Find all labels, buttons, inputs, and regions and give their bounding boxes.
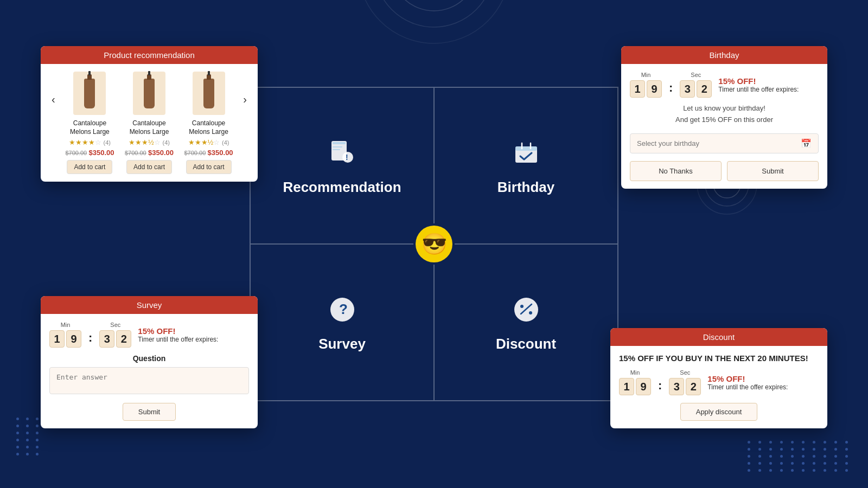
birthday-line2: And get 15% OFF on this order (630, 114, 819, 126)
survey-timer-row: Min 1 9 : Sec 3 2 15% OFF! Timer until t… (49, 322, 249, 348)
recommendation-icon: ! (325, 136, 360, 170)
birthday-off-text: 15% OFF! (718, 76, 799, 86)
birthday-line1: Let us know your birthday! (630, 103, 819, 114)
bottle-1 (84, 79, 95, 108)
survey-timer-sec-group: Sec 3 2 (99, 322, 131, 348)
discount-sec-label: Sec (680, 369, 690, 376)
svg-point-1 (374, 0, 494, 27)
add-to-cart-button-2[interactable]: Add to cart (126, 160, 172, 174)
question-label: Question (49, 354, 249, 363)
birthday-digit-0: 1 (630, 80, 645, 98)
survey-timer-text: 15% OFF! Timer until the offer expires: (138, 326, 218, 343)
birthday-timer-sec-group: Sec 3 2 (680, 72, 712, 98)
discount-digit-0: 1 (619, 378, 634, 395)
bg-circles-top (353, 0, 515, 76)
birthday-buttons: No Thanks Submit (630, 161, 819, 181)
center-cell-discount[interactable]: Discount (434, 244, 618, 401)
svg-rect-10 (333, 146, 342, 147)
birthday-digit-1: 9 (647, 80, 662, 98)
product-nav-prev[interactable]: ‹ (49, 72, 58, 106)
product-name-2: Cantaloupe Melons Large (122, 119, 176, 136)
discount-timer-colon: : (658, 378, 662, 393)
survey-off-text: 15% OFF! (138, 326, 218, 336)
birthday-card-header: Birthday (621, 46, 827, 64)
survey-digit-0: 1 (49, 330, 65, 348)
product-old-price-2: $700.00 (125, 150, 146, 156)
birthday-submit-button[interactable]: Submit (727, 161, 819, 181)
discount-min-label: Min (630, 369, 640, 376)
center-cell-recommendation[interactable]: ! Recommendation (250, 87, 434, 244)
survey-digit-3: 2 (116, 330, 131, 348)
product-name-3: Cantaloupe Melons Large (182, 119, 236, 136)
svg-rect-7 (333, 142, 346, 144)
discount-off-text: 15% OFF! (707, 374, 788, 383)
survey-expire-text: Timer until the offer expires: (138, 336, 218, 343)
center-cell-survey-label: Survey (318, 336, 366, 352)
product-prices-2: $700.00 $350.00 (122, 149, 176, 157)
center-cell-recommendation-label: Recommendation (283, 179, 401, 196)
survey-min-digits: 1 9 (49, 330, 81, 348)
center-cell-survey[interactable]: ? Survey (250, 244, 434, 401)
birthday-digit-2: 3 (680, 80, 695, 98)
product-stars-1: ★★★★☆ (4) (63, 138, 117, 146)
birthday-min-digits: 1 9 (630, 80, 662, 98)
add-to-cart-button-1[interactable]: Add to cart (67, 160, 112, 174)
birthday-expire-text: Timer until the offer expires: (718, 86, 799, 93)
apply-discount-button[interactable]: Apply discount (680, 403, 758, 421)
svg-rect-11 (333, 149, 340, 150)
add-to-cart-button-3[interactable]: Add to cart (186, 160, 232, 174)
survey-card-body: Min 1 9 : Sec 3 2 15% OFF! Timer until t… (41, 314, 258, 428)
survey-timer-min-group: Min 1 9 (49, 322, 81, 348)
discount-digit-2: 3 (669, 378, 684, 395)
discount-timer-row: Min 1 9 : Sec 3 2 15% OFF! Timer until t… (619, 369, 819, 395)
recommendation-header-text: Product recommendation (104, 50, 195, 60)
discount-card-header: Discount (610, 328, 827, 346)
survey-submit-button[interactable]: Submit (123, 403, 176, 421)
birthday-input-row[interactable]: 📅 (630, 133, 819, 153)
answer-input[interactable] (49, 367, 249, 394)
calendar-icon: 📅 (801, 138, 812, 149)
product-nav-next[interactable]: › (241, 72, 249, 106)
birthday-input[interactable] (637, 139, 801, 147)
product-image-3 (193, 72, 225, 115)
discount-headline: 15% OFF IF YOU BUY IN THE NEXT 20 MINUTE… (619, 354, 819, 363)
discount-header-text: Discount (703, 332, 735, 342)
product-prices-3: $700.00 $350.00 (182, 149, 236, 157)
birthday-card-body: Min 1 9 : Sec 3 2 15% OFF! Timer until t… (621, 64, 827, 189)
survey-timer-colon: : (88, 331, 93, 345)
birthday-timer-text: 15% OFF! Timer until the offer expires: (718, 76, 799, 93)
discount-timer-text: 15% OFF! Timer until the offer expires: (707, 374, 788, 391)
birthday-min-label: Min (641, 72, 651, 78)
recommendation-card-header: Product recommendation (41, 46, 258, 64)
no-thanks-button[interactable]: No Thanks (630, 161, 722, 181)
product-item-3: Cantaloupe Melons Large ★★★½☆ (4) $700.0… (182, 72, 236, 174)
discount-min-digits: 1 9 (619, 378, 651, 395)
product-old-price-1: $700.00 (65, 150, 87, 156)
svg-point-0 (391, 0, 477, 11)
recommendation-card: Product recommendation ‹ Cantaloupe Melo… (41, 46, 258, 182)
svg-point-19 (520, 305, 524, 308)
center-emoji: 😎 (416, 226, 452, 262)
birthday-icon (509, 136, 544, 170)
product-stars-2: ★★★½☆ (4) (122, 138, 176, 146)
center-cell-discount-label: Discount (496, 336, 556, 352)
product-item-2: Cantaloupe Melons Large ★★★½☆ (4) $700.0… (122, 72, 176, 174)
birthday-timer-colon: : (668, 81, 673, 95)
svg-point-20 (529, 311, 532, 314)
discount-digit-3: 2 (686, 378, 701, 395)
svg-rect-13 (515, 146, 537, 151)
birthday-sec-digits: 3 2 (680, 80, 712, 98)
bottle-3 (203, 79, 214, 108)
birthday-card: Birthday Min 1 9 : Sec 3 2 15% OFF! (621, 46, 827, 189)
survey-icon: ? (325, 292, 360, 327)
product-stars-3: ★★★½☆ (4) (182, 138, 236, 146)
birthday-timer-min-group: Min 1 9 (630, 72, 662, 98)
birthday-header-text: Birthday (709, 50, 739, 60)
product-image-2 (133, 72, 165, 115)
survey-card: Survey Min 1 9 : Sec 3 2 15% OFF! T (41, 296, 258, 428)
survey-sec-digits: 3 2 (99, 330, 131, 348)
product-name-1: Cantaloupe Melons Large (63, 119, 117, 136)
center-cell-birthday[interactable]: Birthday (434, 87, 618, 244)
survey-digit-1: 9 (66, 330, 81, 348)
product-new-price-3: $350.00 (208, 149, 233, 157)
